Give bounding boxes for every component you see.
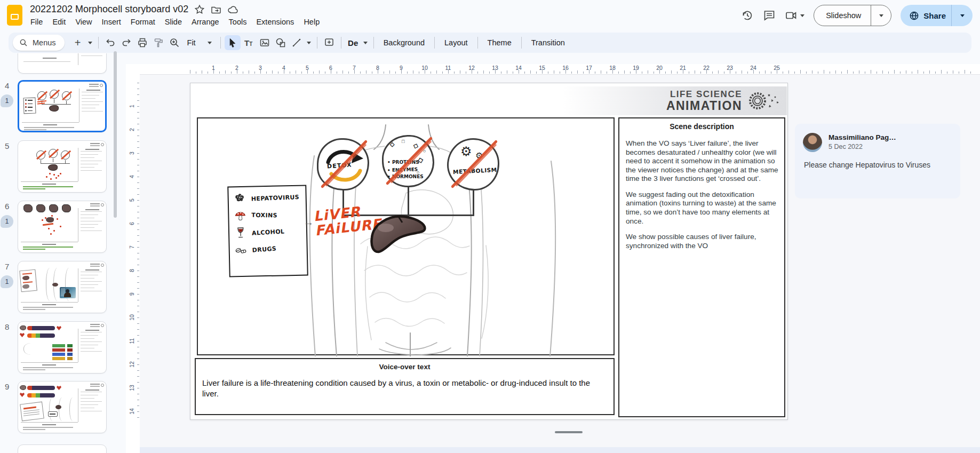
slide-logo[interactable]: LIFE SCIENCE ANIMATION	[666, 89, 780, 113]
thumb-decor	[101, 324, 104, 327]
comment-avatar[interactable]	[803, 133, 822, 152]
slide-thumbnail[interactable]	[18, 444, 107, 453]
insert-line-button[interactable]	[289, 35, 305, 50]
thumb-decor	[23, 307, 73, 308]
menu-file[interactable]: File	[26, 16, 47, 28]
slide-thumbnail-4[interactable]	[18, 80, 107, 132]
menu-extensions[interactable]: Extensions	[251, 16, 299, 28]
slide-number-5[interactable]: 5	[5, 141, 9, 150]
comment-count-badge[interactable]: 1	[1, 275, 13, 288]
menu-format[interactable]: Format	[126, 16, 160, 28]
thumb-decor	[90, 205, 100, 206]
menu-arrange[interactable]: Arrange	[187, 16, 224, 28]
slide-number-6[interactable]: 6	[5, 202, 9, 211]
insert-shape-button[interactable]	[273, 35, 289, 50]
new-slide-button[interactable]: +	[70, 35, 86, 50]
comment-count-badge[interactable]: 1	[1, 94, 13, 107]
zoom-button[interactable]	[166, 35, 182, 50]
text-box-button[interactable]: TT	[241, 35, 257, 50]
slide-thumbnail-7[interactable]	[18, 261, 107, 313]
thumb-decor	[48, 164, 58, 171]
move-folder-icon[interactable]	[211, 4, 221, 15]
select-tool-button[interactable]	[225, 35, 241, 50]
thumb-decor	[81, 157, 94, 158]
menu-tools[interactable]: Tools	[224, 16, 252, 28]
thumb-decor	[42, 104, 71, 105]
thumb-decor	[81, 332, 102, 332]
comment-card[interactable]: Massimiliano Pag… 5 Dec 2022 Please chan…	[795, 124, 960, 198]
theme-builder-caret[interactable]	[361, 35, 370, 50]
thumb-decor	[28, 110, 33, 112]
scene-description-box[interactable]: Scene description When the VO says ‘Live…	[618, 117, 785, 417]
filmstrip-scrollbar[interactable]	[114, 51, 117, 218]
insert-image-button[interactable]	[257, 35, 273, 50]
camera-caret-icon[interactable]	[800, 14, 804, 19]
slideshow-caret-button[interactable]	[871, 5, 891, 26]
undo-button[interactable]	[102, 35, 118, 50]
canvas[interactable]: LIFE SCIENCE ANIMATION	[140, 75, 980, 453]
menu-edit[interactable]: Edit	[47, 16, 70, 28]
theme-button[interactable]: Theme	[482, 35, 517, 50]
horizontal-ruler[interactable]: 1234567891011121314151617181920212223242…	[140, 64, 980, 75]
thumb-decor	[20, 385, 26, 390]
proteins-circle[interactable]: ◇ □ ◇ ○ ◇ ○ • PROTEINS • ENZYMES • HORMO…	[382, 135, 434, 187]
causes-box[interactable]: HEPATOVIRUS TOXINS	[227, 185, 308, 277]
thumb-decor	[82, 108, 95, 108]
metabolism-circle[interactable]: ⚙ ⚙ METABOLISM	[447, 138, 499, 190]
thumb-decor	[58, 175, 59, 177]
paint-format-button[interactable]	[150, 35, 166, 50]
version-history-icon[interactable]	[741, 9, 754, 22]
slide-number-4[interactable]: 4	[5, 81, 9, 90]
slide-thumbnail-8[interactable]	[18, 321, 107, 373]
comment-add-icon	[324, 37, 334, 48]
redo-icon	[121, 37, 132, 48]
slides-logo-icon[interactable]	[7, 5, 22, 26]
theme-builder-button[interactable]: De	[345, 35, 361, 50]
menu-help[interactable]: Help	[299, 16, 324, 28]
background-button[interactable]: Background	[378, 35, 431, 50]
thumb-decor	[89, 84, 99, 85]
vertical-ruler[interactable]: 1234567891011121314	[126, 75, 140, 453]
thumb-decor	[82, 111, 103, 112]
sketch-box[interactable]: DETOX ◇ □ ◇ ○ ◇ ○ • PROTEINS • ENZYMES •…	[197, 117, 615, 355]
star-icon[interactable]	[194, 4, 205, 15]
slideshow-button[interactable]: Slideshow	[814, 5, 891, 26]
detox-circle[interactable]: DETOX	[317, 138, 369, 190]
menu-insert[interactable]: Insert	[97, 16, 126, 28]
slide-thumbnail-9[interactable]	[18, 381, 107, 433]
slide-number-9[interactable]: 9	[5, 382, 9, 391]
zoom-fit-select[interactable]: Fit	[182, 35, 217, 50]
logo-line1: LIFE SCIENCE	[666, 90, 742, 99]
meet-camera-icon[interactable]	[785, 9, 798, 22]
slide-number-7[interactable]: 7	[5, 262, 9, 271]
layout-button[interactable]: Layout	[439, 35, 474, 50]
menu-view[interactable]: View	[70, 16, 97, 28]
redo-button[interactable]	[118, 35, 134, 50]
insert-comment-button[interactable]	[321, 35, 337, 50]
print-button[interactable]	[134, 35, 150, 50]
document-title[interactable]: 20221202 Morphocell storyboard v02	[30, 4, 188, 15]
insert-line-caret[interactable]	[305, 35, 313, 50]
slide-thumbnail-5[interactable]	[18, 140, 107, 193]
thumb-decor	[85, 390, 99, 391]
filmstrip[interactable]: 415617189	[0, 54, 126, 453]
thumb-decor	[81, 351, 102, 352]
thumb-decor	[53, 158, 53, 162]
toolbar-divider	[341, 37, 341, 49]
new-slide-caret[interactable]	[86, 35, 94, 50]
cloud-status-icon[interactable]	[227, 4, 238, 15]
comment-count-badge[interactable]: 1	[1, 215, 13, 228]
slide-thumbnail[interactable]	[18, 53, 107, 74]
share-button[interactable]: Share	[901, 5, 973, 26]
voiceover-box[interactable]: Voice-over text Liver failure is a life-…	[195, 358, 615, 415]
slide-page[interactable]: LIFE SCIENCE ANIMATION	[190, 83, 788, 420]
menus-search-button[interactable]: Menus	[13, 35, 65, 51]
liver-illustration[interactable]	[363, 210, 429, 259]
transition-button[interactable]: Transition	[525, 35, 571, 50]
slide-number-8[interactable]: 8	[5, 322, 9, 331]
comments-icon[interactable]	[763, 9, 776, 22]
share-caret-button[interactable]	[951, 5, 973, 26]
slide-thumbnail-6[interactable]	[18, 201, 107, 253]
notes-divider-handle[interactable]	[555, 431, 583, 433]
menu-slide[interactable]: Slide	[160, 16, 187, 28]
